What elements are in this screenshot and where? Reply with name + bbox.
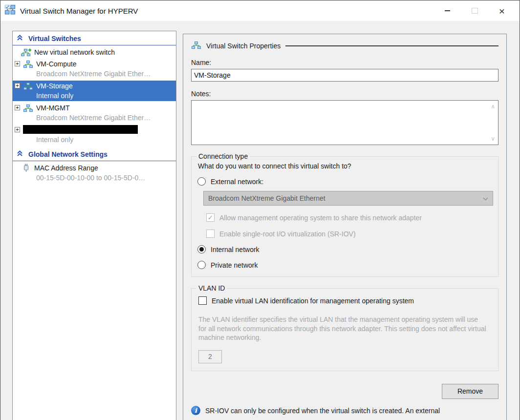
checkbox-unchecked-icon[interactable]	[198, 296, 207, 305]
collapse-chevrons-icon	[17, 150, 23, 158]
tree-item-mac-address-range[interactable]: MAC Address Range 00-15-5D-00-10-00 to 0…	[13, 163, 176, 183]
switch-tree-panel: Virtual Switches	[12, 31, 176, 420]
window-controls: ×	[433, 0, 520, 21]
virtual-switch-icon	[191, 41, 201, 50]
tree-item-redacted-switch[interactable]: + Intern	[13, 125, 176, 145]
allow-management-option: ✓ Allow management operating system to s…	[206, 213, 493, 222]
section-header-label: Virtual Switches	[28, 35, 81, 42]
enable-vlan-option[interactable]: Enable virtual LAN identification for ma…	[198, 296, 493, 305]
properties-header: Virtual Switch Properties	[191, 41, 498, 50]
chevron-down-icon	[483, 194, 488, 202]
allow-management-label: Allow management operating system to sha…	[219, 214, 422, 222]
private-network-option[interactable]: Private network	[196, 261, 493, 269]
internal-network-option[interactable]: Internal network	[196, 245, 493, 253]
connection-type-group: Connection type What do you want to conn…	[191, 152, 498, 277]
notes-textarea[interactable]: ∧ ∨	[191, 100, 498, 145]
maximize-button[interactable]	[461, 0, 488, 21]
virtual-switch-icon	[23, 82, 33, 90]
close-button[interactable]: ×	[488, 0, 516, 21]
minimize-button[interactable]	[433, 0, 461, 21]
dialog-client-area: Virtual Switches	[0, 21, 520, 420]
expand-plus-icon[interactable]: +	[15, 105, 20, 110]
app-icon	[5, 5, 16, 17]
new-switch-icon	[21, 48, 31, 56]
vlan-id-legend: VLAN ID	[196, 284, 227, 292]
tree-item-label: VM-Storage	[36, 82, 73, 90]
radio-private-icon[interactable]	[197, 261, 206, 269]
redaction-bar	[23, 125, 138, 134]
checkbox-unchecked-icon	[206, 230, 215, 238]
expand-plus-icon[interactable]: +	[15, 127, 20, 132]
expand-plus-icon[interactable]: +	[15, 83, 20, 88]
header-rule	[285, 45, 498, 46]
tree-item-label: VM-Compute	[36, 60, 76, 68]
tree-item-new-virtual-network-switch[interactable]: New virtual network switch	[13, 47, 176, 57]
tree-item-vm-compute[interactable]: + VM-Compute Broadco	[13, 59, 176, 79]
scroll-up-icon[interactable]: ∧	[491, 103, 495, 110]
window-title: Virtual Switch Manager for HYPERV	[20, 7, 138, 15]
private-network-label: Private network	[211, 261, 258, 269]
tree-item-label: VM-MGMT	[36, 104, 69, 112]
sriov-info-text: SR-IOV can only be configured when the v…	[205, 406, 440, 415]
external-network-option[interactable]: External network:	[196, 177, 493, 186]
virtual-switch-icon	[23, 104, 33, 112]
titlebar: Virtual Switch Manager for HYPERV ×	[0, 0, 520, 21]
vlan-id-input	[198, 350, 222, 363]
external-network-label: External network:	[211, 178, 263, 186]
properties-title: Virtual Switch Properties	[206, 42, 281, 50]
tree-item-vm-mgmt[interactable]: + VM-MGMT Broadcom N	[13, 103, 176, 123]
name-label: Name:	[191, 59, 498, 66]
virtual-switch-manager-window: Virtual Switch Manager for HYPERV × Virt…	[0, 0, 520, 420]
tree-item-subtitle: Broadcom NetXtreme Gigabit Ether…	[13, 69, 176, 79]
properties-panel: Virtual Switch Properties Name: Notes: ∧…	[183, 34, 507, 420]
remove-button[interactable]: Remove	[442, 384, 498, 399]
checkbox-checked-icon: ✓	[206, 213, 215, 222]
radio-internal-selected-icon[interactable]	[197, 245, 206, 253]
internal-network-label: Internal network	[211, 246, 260, 253]
tree-item-label: New virtual network switch	[34, 48, 115, 56]
adapter-dropdown: Broadcom NetXtreme Gigabit Ethernet	[203, 191, 493, 206]
vlan-description: The VLAN identifier specifies the virtua…	[198, 315, 487, 342]
global-network-settings-header[interactable]: Global Network Settings	[13, 148, 176, 161]
name-input[interactable]	[191, 69, 498, 82]
vlan-id-group: VLAN ID Enable virtual LAN identificatio…	[191, 284, 498, 371]
tree-item-vm-storage-selected[interactable]: + VM-Storage Interna	[13, 81, 176, 101]
network-adapter-icon	[23, 164, 29, 172]
tree-item-label: MAC Address Range	[34, 164, 98, 172]
sriov-label: Enable single-root I/O virtualization (S…	[219, 230, 356, 238]
collapse-chevrons-icon	[17, 35, 23, 42]
tree-item-subtitle: 00-15-5D-00-10-00 to 00-15-5D-0…	[13, 173, 176, 183]
enable-vlan-label: Enable virtual LAN identification for ma…	[212, 297, 414, 305]
info-icon: i	[191, 406, 200, 415]
tree-item-subtitle: Internal only	[13, 91, 176, 101]
section-header-label: Global Network Settings	[28, 150, 108, 158]
radio-external-icon[interactable]	[197, 177, 206, 186]
minimize-icon	[445, 10, 450, 11]
sriov-info-row: i SR-IOV can only be configured when the…	[191, 406, 498, 415]
notes-label: Notes:	[191, 90, 498, 98]
remove-button-row: Remove	[191, 384, 498, 399]
expand-plus-icon[interactable]: +	[15, 61, 20, 66]
tree-item-subtitle: Internal only	[13, 135, 176, 145]
virtual-switches-section-header[interactable]: Virtual Switches	[13, 33, 176, 45]
connection-type-legend: Connection type	[196, 152, 250, 160]
sriov-option: Enable single-root I/O virtualization (S…	[206, 230, 493, 238]
scroll-down-icon[interactable]: ∨	[491, 135, 495, 142]
connection-question: What do you want to connect this virtual…	[196, 162, 493, 170]
close-icon: ×	[499, 6, 505, 16]
tree-item-subtitle: Broadcom NetXtreme Gigabit Ether…	[13, 113, 176, 123]
adapter-dropdown-value: Broadcom NetXtreme Gigabit Ethernet	[208, 194, 325, 202]
virtual-switch-icon	[23, 60, 33, 68]
maximize-icon	[472, 8, 478, 14]
